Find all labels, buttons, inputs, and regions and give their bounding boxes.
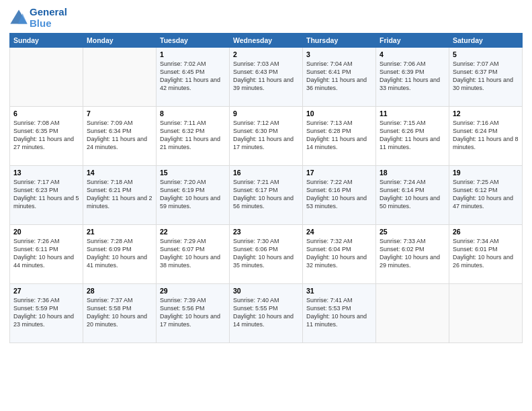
day-cell: 28Sunrise: 7:37 AM Sunset: 5:58 PM Dayli… xyxy=(83,284,157,343)
day-cell: 9Sunrise: 7:12 AM Sunset: 6:30 PM Daylig… xyxy=(230,107,303,166)
day-info: Sunrise: 7:18 AM Sunset: 6:21 PM Dayligh… xyxy=(87,178,152,211)
day-number: 16 xyxy=(233,169,299,177)
day-cell: 15Sunrise: 7:20 AM Sunset: 6:19 PM Dayli… xyxy=(157,166,230,225)
day-cell: 3Sunrise: 7:04 AM Sunset: 6:41 PM Daylig… xyxy=(303,48,376,107)
calendar-table: SundayMondayTuesdayWednesdayThursdayFrid… xyxy=(9,33,523,343)
day-cell: 11Sunrise: 7:15 AM Sunset: 6:26 PM Dayli… xyxy=(376,107,449,166)
day-cell xyxy=(449,284,523,343)
day-number: 17 xyxy=(306,169,372,177)
day-info: Sunrise: 7:21 AM Sunset: 6:17 PM Dayligh… xyxy=(233,178,299,211)
header-row: SundayMondayTuesdayWednesdayThursdayFrid… xyxy=(10,34,523,48)
day-cell: 19Sunrise: 7:25 AM Sunset: 6:12 PM Dayli… xyxy=(449,166,523,225)
day-number: 25 xyxy=(380,228,445,236)
day-info: Sunrise: 7:07 AM Sunset: 6:37 PM Dayligh… xyxy=(453,60,519,93)
day-info: Sunrise: 7:20 AM Sunset: 6:19 PM Dayligh… xyxy=(160,178,226,211)
day-cell: 10Sunrise: 7:13 AM Sunset: 6:28 PM Dayli… xyxy=(303,107,376,166)
col-header-thursday: Thursday xyxy=(303,34,376,48)
page: General Blue SundayMondayTuesdayWednesda… xyxy=(0,0,532,411)
day-info: Sunrise: 7:33 AM Sunset: 6:02 PM Dayligh… xyxy=(380,237,445,270)
day-info: Sunrise: 7:02 AM Sunset: 6:45 PM Dayligh… xyxy=(160,60,226,93)
day-info: Sunrise: 7:30 AM Sunset: 6:06 PM Dayligh… xyxy=(233,237,299,270)
day-number: 7 xyxy=(87,109,152,118)
day-number: 10 xyxy=(306,109,372,118)
day-info: Sunrise: 7:36 AM Sunset: 5:59 PM Dayligh… xyxy=(13,296,79,329)
col-header-saturday: Saturday xyxy=(449,34,523,48)
day-info: Sunrise: 7:03 AM Sunset: 6:43 PM Dayligh… xyxy=(233,60,299,93)
day-number: 18 xyxy=(380,169,445,177)
day-number: 30 xyxy=(233,287,299,295)
day-number: 5 xyxy=(453,50,519,58)
day-number: 3 xyxy=(306,50,372,58)
header: General Blue xyxy=(9,7,523,29)
day-number: 19 xyxy=(453,169,519,177)
day-cell: 13Sunrise: 7:17 AM Sunset: 6:23 PM Dayli… xyxy=(10,166,83,225)
day-info: Sunrise: 7:06 AM Sunset: 6:39 PM Dayligh… xyxy=(380,60,445,93)
day-number: 8 xyxy=(160,109,226,118)
day-number: 15 xyxy=(160,169,226,177)
day-number: 20 xyxy=(13,228,79,236)
day-number: 9 xyxy=(233,109,299,118)
day-info: Sunrise: 7:13 AM Sunset: 6:28 PM Dayligh… xyxy=(306,119,372,152)
day-cell xyxy=(83,48,157,107)
day-cell: 16Sunrise: 7:21 AM Sunset: 6:17 PM Dayli… xyxy=(230,166,303,225)
logo-icon xyxy=(9,9,28,28)
day-cell: 14Sunrise: 7:18 AM Sunset: 6:21 PM Dayli… xyxy=(83,166,157,225)
day-cell: 27Sunrise: 7:36 AM Sunset: 5:59 PM Dayli… xyxy=(10,284,83,343)
day-cell xyxy=(376,284,449,343)
day-cell: 21Sunrise: 7:28 AM Sunset: 6:09 PM Dayli… xyxy=(83,225,157,284)
day-number: 2 xyxy=(233,50,299,58)
day-info: Sunrise: 7:24 AM Sunset: 6:14 PM Dayligh… xyxy=(380,178,445,211)
day-number: 14 xyxy=(87,169,152,177)
day-info: Sunrise: 7:25 AM Sunset: 6:12 PM Dayligh… xyxy=(453,178,519,211)
day-cell xyxy=(10,48,83,107)
day-info: Sunrise: 7:40 AM Sunset: 5:55 PM Dayligh… xyxy=(233,296,299,329)
day-number: 13 xyxy=(13,169,79,177)
day-number: 12 xyxy=(453,109,519,118)
day-info: Sunrise: 7:39 AM Sunset: 5:56 PM Dayligh… xyxy=(160,296,226,329)
day-cell: 26Sunrise: 7:34 AM Sunset: 6:01 PM Dayli… xyxy=(449,225,523,284)
day-info: Sunrise: 7:26 AM Sunset: 6:11 PM Dayligh… xyxy=(13,237,79,270)
day-number: 22 xyxy=(160,228,226,236)
day-number: 1 xyxy=(160,50,226,58)
day-number: 21 xyxy=(87,228,152,236)
day-cell: 22Sunrise: 7:29 AM Sunset: 6:07 PM Dayli… xyxy=(157,225,230,284)
day-info: Sunrise: 7:04 AM Sunset: 6:41 PM Dayligh… xyxy=(306,60,372,93)
day-info: Sunrise: 7:34 AM Sunset: 6:01 PM Dayligh… xyxy=(453,237,519,270)
day-cell: 7Sunrise: 7:09 AM Sunset: 6:34 PM Daylig… xyxy=(83,107,157,166)
day-cell: 23Sunrise: 7:30 AM Sunset: 6:06 PM Dayli… xyxy=(230,225,303,284)
day-info: Sunrise: 7:11 AM Sunset: 6:32 PM Dayligh… xyxy=(160,119,226,152)
col-header-friday: Friday xyxy=(376,34,449,48)
day-info: Sunrise: 7:29 AM Sunset: 6:07 PM Dayligh… xyxy=(160,237,226,270)
day-cell: 31Sunrise: 7:41 AM Sunset: 5:53 PM Dayli… xyxy=(303,284,376,343)
day-info: Sunrise: 7:12 AM Sunset: 6:30 PM Dayligh… xyxy=(233,119,299,152)
day-number: 24 xyxy=(306,228,372,236)
day-cell: 24Sunrise: 7:32 AM Sunset: 6:04 PM Dayli… xyxy=(303,225,376,284)
day-cell: 18Sunrise: 7:24 AM Sunset: 6:14 PM Dayli… xyxy=(376,166,449,225)
day-info: Sunrise: 7:32 AM Sunset: 6:04 PM Dayligh… xyxy=(306,237,372,270)
day-cell: 5Sunrise: 7:07 AM Sunset: 6:37 PM Daylig… xyxy=(449,48,523,107)
day-number: 26 xyxy=(453,228,519,236)
day-cell: 4Sunrise: 7:06 AM Sunset: 6:39 PM Daylig… xyxy=(376,48,449,107)
day-number: 28 xyxy=(87,287,152,295)
day-info: Sunrise: 7:41 AM Sunset: 5:53 PM Dayligh… xyxy=(306,296,372,329)
day-number: 23 xyxy=(233,228,299,236)
day-info: Sunrise: 7:09 AM Sunset: 6:34 PM Dayligh… xyxy=(87,119,152,152)
day-cell: 1Sunrise: 7:02 AM Sunset: 6:45 PM Daylig… xyxy=(157,48,230,107)
day-info: Sunrise: 7:17 AM Sunset: 6:23 PM Dayligh… xyxy=(13,178,79,211)
day-info: Sunrise: 7:28 AM Sunset: 6:09 PM Dayligh… xyxy=(87,237,152,270)
day-cell: 20Sunrise: 7:26 AM Sunset: 6:11 PM Dayli… xyxy=(10,225,83,284)
day-cell: 12Sunrise: 7:16 AM Sunset: 6:24 PM Dayli… xyxy=(449,107,523,166)
day-cell: 29Sunrise: 7:39 AM Sunset: 5:56 PM Dayli… xyxy=(157,284,230,343)
day-cell: 2Sunrise: 7:03 AM Sunset: 6:43 PM Daylig… xyxy=(230,48,303,107)
day-info: Sunrise: 7:08 AM Sunset: 6:35 PM Dayligh… xyxy=(13,119,79,152)
day-cell: 30Sunrise: 7:40 AM Sunset: 5:55 PM Dayli… xyxy=(230,284,303,343)
day-info: Sunrise: 7:37 AM Sunset: 5:58 PM Dayligh… xyxy=(87,296,152,329)
day-number: 11 xyxy=(380,109,445,118)
day-number: 27 xyxy=(13,287,79,295)
col-header-wednesday: Wednesday xyxy=(230,34,303,48)
week-row-2: 6Sunrise: 7:08 AM Sunset: 6:35 PM Daylig… xyxy=(10,107,523,166)
day-info: Sunrise: 7:16 AM Sunset: 6:24 PM Dayligh… xyxy=(453,119,519,152)
week-row-3: 13Sunrise: 7:17 AM Sunset: 6:23 PM Dayli… xyxy=(10,166,523,225)
week-row-5: 27Sunrise: 7:36 AM Sunset: 5:59 PM Dayli… xyxy=(10,284,523,343)
day-number: 4 xyxy=(380,50,445,58)
